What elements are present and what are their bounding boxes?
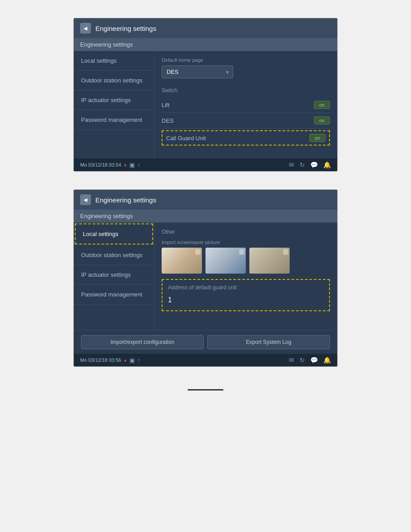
chat-icon-1[interactable]: 💬 — [310, 161, 318, 168]
other-label: Other — [162, 229, 330, 235]
section-label-1: Engineering settings — [80, 41, 133, 48]
chat-icon-2[interactable]: 💬 — [310, 356, 318, 364]
panel-2-title: Engineering settings — [95, 196, 156, 204]
datetime-1: Mo 03/12/18 03:54 — [80, 162, 121, 167]
status-icons-2: ✉ ↻ 💬 🔔 — [289, 356, 331, 364]
address-box: Address of default guard unit 1 — [162, 279, 330, 311]
datetime-2: Mo 03/12/18 03:56 — [80, 357, 121, 363]
screensaver-thumb-2[interactable]: □ — [206, 248, 246, 274]
section-header-2: Engineering settings — [74, 210, 337, 223]
back-button-1[interactable]: ◄ — [80, 23, 91, 34]
sidebar-item-local-settings[interactable]: Local settings — [74, 51, 154, 71]
sidebar-item-ip-actuator-2[interactable]: IP actuator settings — [74, 265, 154, 285]
screensaver-thumb-3[interactable]: □ — [249, 248, 290, 274]
status-icons-1: ✉ ↻ 💬 🔔 — [289, 161, 331, 168]
call-guard-label: Call Guard Unit — [166, 135, 206, 142]
screensaver-label: Import screensaver picture — [162, 240, 330, 245]
monitor-icon-2: ▣ — [129, 357, 135, 364]
content-area-2: Other Import screensaver picture □ □ □ A… — [154, 223, 337, 330]
panel-1-title: Engineering settings — [95, 25, 156, 32]
sidebar-item-outdoor-2[interactable]: Outdoor station settings — [74, 245, 154, 265]
dropdown-wrapper: DES — [162, 65, 233, 78]
lift-label: Lift — [162, 102, 169, 108]
panel-2-header: ◄ Engineering settings — [74, 190, 337, 210]
screensaver-thumb-1[interactable]: □ — [162, 248, 202, 274]
thumb-overlay-2: □ — [239, 249, 244, 255]
des-label: DES — [162, 117, 174, 124]
call-guard-row: Call Guard Unit on — [162, 130, 330, 146]
des-row: DES on — [162, 113, 330, 129]
refresh-icon-1[interactable]: ↻ — [300, 161, 305, 168]
call-guard-toggle[interactable]: on — [309, 134, 325, 142]
switch-section: Switch Lift on DES on Call Guard Unit on — [162, 87, 330, 146]
screensaver-row: □ □ □ — [162, 248, 330, 274]
sidebar-item-ip-actuator[interactable]: IP actuator settings — [74, 90, 154, 110]
sidebar-item-password-2[interactable]: Password management — [74, 285, 154, 305]
lift-toggle[interactable]: on — [314, 101, 330, 109]
status-left-1: Mo 03/12/18 03:54 ● ▣ ↑ — [80, 162, 140, 168]
upload-icon: ↑ — [137, 162, 141, 168]
lift-row: Lift on — [162, 97, 330, 113]
panel-1-header: ◄ Engineering settings — [74, 18, 337, 38]
mail-icon-1[interactable]: ✉ — [289, 161, 294, 168]
sidebar-item-local-settings-2[interactable]: Local settings — [75, 223, 153, 245]
address-value: 1 — [168, 294, 324, 306]
status-bar-1: Mo 03/12/18 03:54 ● ▣ ↑ ✉ ↻ 💬 🔔 — [74, 159, 337, 171]
panel-1: ◄ Engineering settings Engineering setti… — [73, 18, 338, 172]
export-log-button[interactable]: Export System Log — [207, 335, 330, 349]
panel-2-body: Local settings Outdoor station settings … — [74, 223, 337, 330]
des-dropdown[interactable]: DES — [162, 65, 233, 78]
bell-icon-1[interactable]: 🔔 — [323, 161, 331, 168]
red-dot-icon-2: ● — [124, 358, 127, 363]
bell-icon-2[interactable]: 🔔 — [323, 356, 331, 364]
default-home-page-label: Default home page — [162, 57, 330, 63]
content-area-1: Default home page DES Switch Lift on DES… — [154, 51, 337, 159]
status-left-2: Mo 03/12/18 03:56 ● ▣ ↑ — [80, 357, 140, 364]
back-arrow-icon-2: ◄ — [82, 196, 89, 203]
thumb-overlay-1: □ — [195, 249, 201, 255]
refresh-icon-2[interactable]: ↻ — [300, 356, 305, 364]
switch-label: Switch — [162, 87, 330, 94]
section-label-2: Engineering settings — [80, 213, 133, 219]
sidebar-1: Local settings Outdoor station settings … — [74, 51, 154, 159]
monitor-icon: ▣ — [129, 162, 135, 168]
bottom-buttons: Import/export configuration Export Syste… — [74, 330, 337, 354]
import-export-button[interactable]: Import/export configuration — [81, 335, 204, 349]
upload-icon-2: ↑ — [137, 357, 141, 364]
bottom-line — [188, 389, 223, 390]
back-arrow-icon: ◄ — [82, 25, 89, 32]
red-dot-icon: ● — [124, 163, 127, 167]
panel-1-body: Local settings Outdoor station settings … — [74, 51, 337, 159]
panel-2: ◄ Engineering settings Engineering setti… — [73, 189, 338, 367]
section-header-1: Engineering settings — [74, 38, 337, 51]
back-button-2[interactable]: ◄ — [80, 194, 91, 205]
sidebar-item-outdoor[interactable]: Outdoor station settings — [74, 71, 154, 90]
mail-icon-2[interactable]: ✉ — [289, 356, 294, 364]
status-bar-2: Mo 03/12/18 03:56 ● ▣ ↑ ✉ ↻ 💬 🔔 — [74, 354, 337, 366]
address-label: Address of default guard unit — [168, 284, 324, 291]
des-toggle[interactable]: on — [314, 116, 330, 124]
sidebar-item-password[interactable]: Password management — [74, 110, 154, 130]
thumb-overlay-3: □ — [283, 249, 288, 255]
sidebar-2: Local settings Outdoor station settings … — [74, 223, 154, 330]
